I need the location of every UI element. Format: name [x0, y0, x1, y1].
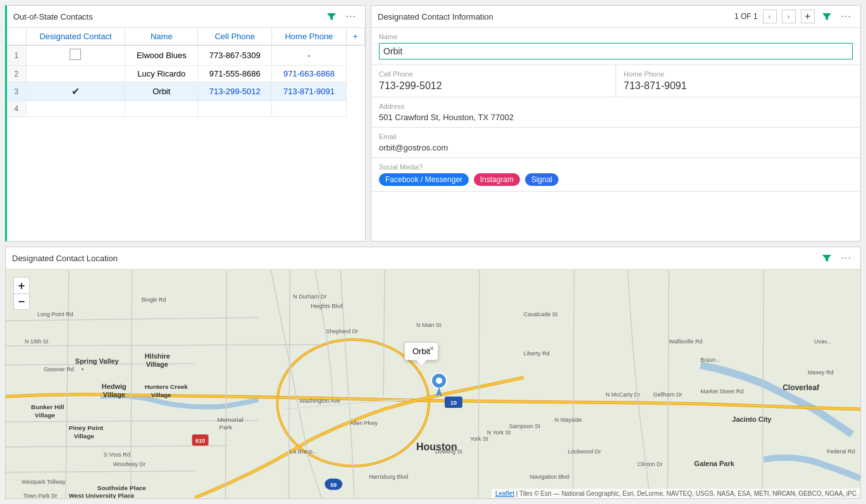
- home-phone-section: Home Phone 713-871-9091: [616, 65, 860, 97]
- zoom-controls: + −: [13, 277, 30, 310]
- svg-text:La Brans...: La Brans...: [290, 448, 317, 455]
- cell-phone-cell: 773-867-5309: [198, 46, 272, 66]
- svg-text:Galena Park: Galena Park: [694, 460, 734, 467]
- table-row[interactable]: 1Elwood Blues773-867-5309-: [7, 46, 365, 66]
- name-section: Name: [371, 28, 860, 65]
- left-panel-title: Out-of-State Contacts: [13, 12, 93, 22]
- facebook-badge[interactable]: Facebook / Messenger: [379, 173, 469, 186]
- left-panel-header: Out-of-State Contacts ···: [7, 6, 365, 28]
- designated-cell[interactable]: [26, 46, 125, 66]
- checkbox[interactable]: [70, 49, 81, 60]
- map-section: Designated Contact Location ···: [5, 247, 861, 499]
- svg-text:Cloverleaf: Cloverleaf: [782, 383, 820, 392]
- right-filter-button[interactable]: [820, 11, 834, 22]
- map-filter-icon: [822, 254, 831, 262]
- svg-text:Village: Village: [146, 360, 168, 368]
- nav-next-icon: ›: [788, 13, 790, 20]
- left-panel: Out-of-State Contacts ··· Designated Con…: [5, 5, 366, 242]
- right-panel-title: Designated Contact Information: [378, 12, 493, 22]
- info-panel-content: Name Cell Phone 713-299-5012 Home Phone …: [371, 28, 860, 241]
- add-icon: +: [805, 11, 810, 22]
- row-number: 2: [7, 66, 26, 82]
- nav-next-button[interactable]: ›: [782, 9, 796, 23]
- more-options-button[interactable]: ···: [343, 9, 359, 23]
- svg-text:Village: Village: [35, 412, 55, 419]
- map-filter-button[interactable]: [820, 252, 834, 264]
- address-label: Address: [379, 102, 853, 110]
- svg-text:10: 10: [450, 400, 457, 406]
- signal-badge[interactable]: Signal: [525, 173, 559, 186]
- dots-icon: ···: [346, 11, 356, 22]
- svg-text:Liberty Rd: Liberty Rd: [524, 350, 550, 357]
- table-row[interactable]: 2Lucy Ricardo971-555-8686971-663-6868: [7, 66, 365, 82]
- name-cell: Elwood Blues: [125, 46, 198, 66]
- svg-text:York St: York St: [470, 436, 488, 442]
- map-container[interactable]: Long Point Rd N 18th St Cavalcade St Wal…: [6, 269, 860, 498]
- leaflet-link[interactable]: Leaflet: [495, 490, 514, 497]
- svg-text:Lockwood Dr: Lockwood Dr: [568, 448, 601, 455]
- svg-text:Gellhorn Dr: Gellhorn Dr: [653, 391, 682, 398]
- svg-text:Jacinto City: Jacinto City: [732, 415, 772, 423]
- svg-text:•: •: [82, 366, 84, 372]
- svg-text:Houston: Houston: [416, 441, 457, 452]
- address-section: Address 501 Crawford St, Houston, TX 770…: [371, 97, 860, 128]
- svg-text:N 18th St: N 18th St: [25, 338, 49, 345]
- zoom-out-button[interactable]: −: [13, 293, 30, 310]
- home-phone-cell: [272, 101, 346, 117]
- email-section: Email orbit@gostros.com: [371, 128, 860, 158]
- col-header-designated[interactable]: Designated Contact: [26, 28, 125, 46]
- right-panel: Designated Contact Information 1 OF 1 ‹ …: [371, 5, 861, 242]
- right-panel-controls: 1 OF 1 ‹ › + ···: [734, 9, 854, 23]
- popup-close-button[interactable]: ×: [430, 344, 434, 353]
- table-row[interactable]: 4: [7, 101, 365, 117]
- row-number: 1: [7, 46, 26, 66]
- svg-text:N Main St: N Main St: [416, 322, 442, 328]
- svg-text:Harrisburg Blvd: Harrisburg Blvd: [369, 474, 408, 480]
- map-svg: Long Point Rd N 18th St Cavalcade St Wal…: [6, 269, 860, 498]
- col-header-name[interactable]: Name: [125, 28, 198, 46]
- left-panel-controls: ···: [325, 9, 359, 23]
- name-cell: Lucy Ricardo: [125, 66, 198, 82]
- col-header-cell[interactable]: Cell Phone: [198, 28, 272, 46]
- right-filter-icon: [822, 12, 831, 21]
- svg-marker-0: [327, 13, 336, 20]
- svg-point-84: [436, 378, 442, 384]
- home-phone-cell: 713-871-9091: [272, 82, 346, 101]
- right-more-options-button[interactable]: ···: [839, 9, 854, 23]
- col-header-home[interactable]: Home Phone: [272, 28, 346, 46]
- svg-text:N York St: N York St: [487, 429, 511, 436]
- instagram-badge[interactable]: Instagram: [474, 173, 520, 186]
- svg-text:Hedwig: Hedwig: [102, 383, 127, 390]
- svg-text:Maxey Rd: Maxey Rd: [808, 369, 833, 376]
- svg-text:Spring Valley: Spring Valley: [75, 357, 120, 365]
- svg-text:Cavalcade St: Cavalcade St: [524, 311, 558, 317]
- col-header-add[interactable]: +: [346, 28, 364, 46]
- svg-text:N McCarty Dr: N McCarty Dr: [606, 391, 640, 398]
- checkmark: ✔: [71, 86, 80, 97]
- designated-cell[interactable]: [26, 101, 125, 117]
- cell-phone-value: 713-299-5012: [379, 80, 608, 92]
- name-cell: Orbit: [125, 82, 198, 101]
- svg-text:Hunters Creek: Hunters Creek: [145, 383, 189, 390]
- svg-text:Allen Pkwy: Allen Pkwy: [350, 420, 378, 426]
- svg-text:Shepherd Dr: Shepherd Dr: [326, 328, 358, 335]
- cell-phone-label: Cell Phone: [379, 70, 608, 78]
- name-input[interactable]: [379, 43, 853, 59]
- svg-text:N Durham Dr: N Durham Dr: [293, 293, 326, 300]
- svg-text:Braun...: Braun...: [700, 357, 720, 363]
- map-panel-header: Designated Contact Location ···: [6, 247, 860, 269]
- svg-text:Memorial: Memorial: [218, 416, 244, 423]
- zoom-in-button[interactable]: +: [13, 277, 30, 293]
- home-phone-label: Home Phone: [624, 70, 853, 78]
- svg-text:Hilshire: Hilshire: [145, 352, 170, 360]
- designated-cell[interactable]: ✔: [26, 82, 125, 101]
- designated-cell[interactable]: [26, 66, 125, 82]
- svg-text:Heights Blvd: Heights Blvd: [311, 303, 342, 309]
- table-row[interactable]: 3✔Orbit713-299-5012713-871-9091: [7, 82, 365, 101]
- map-popup: Orbit ×: [404, 342, 438, 360]
- add-record-button[interactable]: +: [801, 9, 815, 23]
- row-number: 4: [7, 101, 26, 117]
- map-more-options-button[interactable]: ···: [839, 251, 854, 265]
- filter-button[interactable]: [325, 11, 338, 22]
- nav-prev-button[interactable]: ‹: [763, 9, 777, 23]
